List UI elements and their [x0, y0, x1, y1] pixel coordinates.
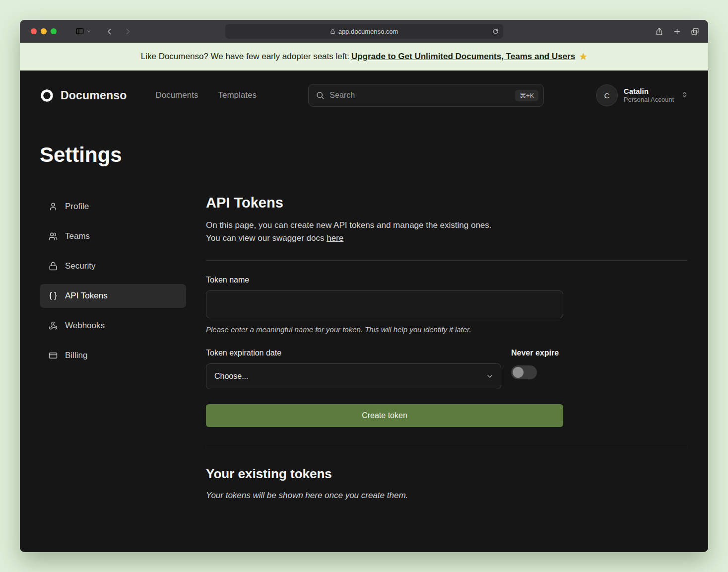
- page-title: Settings: [40, 143, 688, 167]
- sidebar-item-security[interactable]: Security: [40, 254, 186, 278]
- braces-icon: [49, 291, 58, 300]
- credit-card-icon: [49, 351, 58, 360]
- create-token-button[interactable]: Create token: [206, 404, 563, 427]
- share-icon[interactable]: [655, 27, 663, 36]
- app-header: Documenso Documents Templates ⌘+K C Cata…: [40, 71, 688, 120]
- description-line-1: On this page, you can create new API tok…: [206, 220, 492, 230]
- user-account-type: Personal Account: [624, 96, 674, 104]
- expiration-row: Token expiration date Choose... Never ex…: [206, 349, 563, 389]
- never-expire-field: Never expire: [511, 349, 563, 389]
- chevron-up-down-icon: [681, 91, 688, 100]
- sidebar-item-api-tokens[interactable]: API Tokens: [40, 284, 186, 308]
- close-window-button[interactable]: [31, 28, 37, 34]
- user-meta: Catalin Personal Account: [624, 87, 674, 104]
- minimize-window-button[interactable]: [41, 28, 47, 34]
- lock-icon: [49, 262, 58, 271]
- chevron-down-icon: [486, 372, 494, 380]
- sidebar-item-label: Webhooks: [65, 321, 105, 331]
- section-description: On this page, you can create new API tok…: [206, 219, 687, 245]
- sidebar-item-label: Security: [65, 261, 95, 271]
- description-line-2: You can view our swagger docs: [206, 233, 324, 243]
- traffic-lights: [20, 28, 57, 34]
- sidebar-item-label: Profile: [65, 202, 89, 212]
- documenso-logo-icon[interactable]: [40, 88, 54, 103]
- sidebar-item-webhooks[interactable]: Webhooks: [40, 314, 186, 338]
- promo-text: Like Documenso? We have few early adopte…: [141, 52, 349, 62]
- create-token-form: Token name Please enter a meaningful nam…: [206, 276, 563, 427]
- sidebar-item-label: Teams: [65, 231, 90, 241]
- promo-banner: Like Documenso? We have few early adopte…: [20, 43, 708, 71]
- divider: [206, 446, 687, 446]
- brand-group: Documenso Documents Templates: [40, 88, 257, 103]
- existing-tokens-empty-text: Your tokens will be shown here once you …: [206, 491, 687, 500]
- browser-window: app.documenso.com Like Documenso? We hav…: [20, 20, 708, 552]
- token-name-label: Token name: [206, 276, 563, 285]
- lock-icon: [330, 29, 335, 34]
- expiration-selected-value: Choose...: [214, 372, 248, 381]
- user-name: Catalin: [624, 87, 674, 96]
- token-name-help: Please enter a meaningful name for your …: [206, 325, 563, 334]
- swagger-docs-link[interactable]: here: [327, 233, 343, 243]
- existing-tokens-title: Your existing tokens: [206, 466, 687, 482]
- zoom-window-button[interactable]: [51, 28, 57, 34]
- avatar: C: [596, 84, 618, 106]
- browser-titlebar: app.documenso.com: [20, 20, 708, 43]
- expiration-select[interactable]: Choose...: [206, 363, 501, 389]
- refresh-icon[interactable]: [492, 28, 499, 35]
- brand-name[interactable]: Documenso: [61, 89, 127, 102]
- search-input[interactable]: [330, 91, 510, 100]
- nav-templates[interactable]: Templates: [218, 90, 256, 100]
- url-text: app.documenso.com: [338, 28, 398, 35]
- upgrade-link[interactable]: Upgrade to Get Unlimited Documents, Team…: [351, 52, 575, 62]
- sidebar-item-profile[interactable]: Profile: [40, 195, 186, 218]
- sidebar-item-billing[interactable]: Billing: [40, 344, 186, 367]
- sidebar-item-label: API Tokens: [65, 291, 108, 301]
- browser-sidebar-icon[interactable]: [75, 27, 84, 36]
- search-bar[interactable]: ⌘+K: [308, 84, 544, 107]
- user-menu[interactable]: C Catalin Personal Account: [596, 84, 688, 106]
- never-expire-toggle[interactable]: [511, 365, 537, 379]
- forward-button[interactable]: [124, 27, 132, 36]
- section-title: API Tokens: [206, 195, 687, 211]
- token-name-input[interactable]: [206, 290, 563, 318]
- new-tab-icon[interactable]: [673, 27, 681, 36]
- settings-content: Profile Teams Security API Tokens Webhoo…: [40, 195, 688, 500]
- documenso-app: Documenso Documents Templates ⌘+K C Cata…: [20, 71, 708, 552]
- expiration-field: Token expiration date Choose...: [206, 349, 501, 389]
- toggle-knob: [513, 367, 524, 378]
- sidebar-item-teams[interactable]: Teams: [40, 224, 186, 248]
- titlebar-right-actions: [655, 27, 699, 36]
- star-icon: ★: [579, 51, 587, 62]
- tab-overview-icon[interactable]: [691, 27, 699, 36]
- settings-sidebar: Profile Teams Security API Tokens Webhoo…: [40, 195, 186, 500]
- search-icon: [316, 91, 325, 100]
- nav-documents[interactable]: Documents: [155, 90, 198, 100]
- sidebar-item-label: Billing: [65, 351, 87, 360]
- address-bar[interactable]: app.documenso.com: [225, 24, 503, 39]
- back-button[interactable]: [105, 27, 114, 36]
- search-shortcut-badge: ⌘+K: [515, 90, 538, 101]
- webhook-icon: [49, 321, 58, 330]
- chevron-down-icon[interactable]: [86, 29, 91, 34]
- api-tokens-panel: API Tokens On this page, you can create …: [206, 195, 687, 500]
- expiration-label: Token expiration date: [206, 349, 501, 358]
- users-icon: [49, 232, 58, 241]
- never-expire-label: Never expire: [511, 349, 563, 358]
- divider: [206, 260, 687, 261]
- user-icon: [49, 202, 58, 211]
- top-nav: Documents Templates: [155, 90, 256, 100]
